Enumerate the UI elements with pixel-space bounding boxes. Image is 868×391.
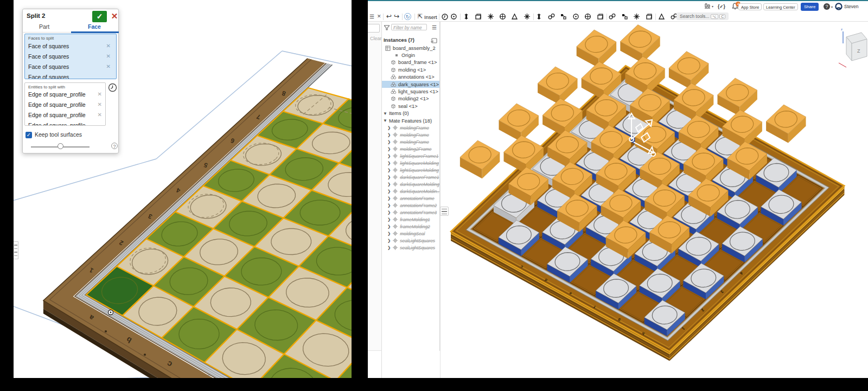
svg-text:z: z: [841, 28, 843, 31]
svg-text:Z: Z: [857, 48, 860, 54]
